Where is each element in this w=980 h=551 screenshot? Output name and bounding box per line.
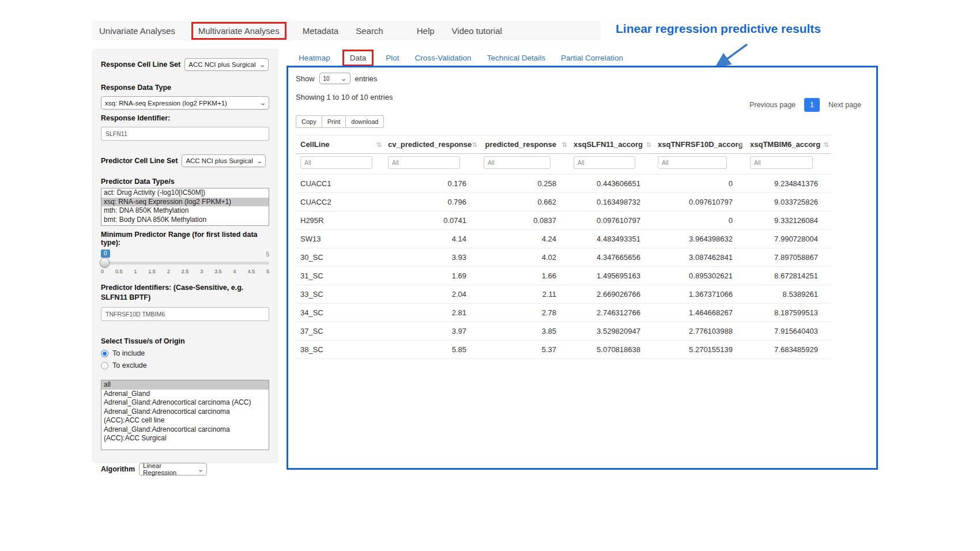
algorithm-select[interactable]: Linear Regression ⌄ bbox=[139, 463, 207, 475]
cell-value: 0.443606651 bbox=[569, 175, 653, 193]
sort-icon[interactable]: ⇅ bbox=[824, 141, 829, 148]
cell-value: 0.176 bbox=[383, 175, 479, 193]
list-item[interactable]: all bbox=[101, 380, 269, 390]
tick-label: 2 bbox=[167, 269, 170, 274]
tick-label: 4.5 bbox=[247, 269, 255, 274]
nav-univariate-analyses[interactable]: Univariate Analyses bbox=[99, 26, 175, 36]
column-label: predicted_response bbox=[485, 140, 556, 149]
sort-icon[interactable]: ⇅ bbox=[472, 141, 477, 148]
column-header-xsqtmbim6-accorg[interactable]: xsqTMBIM6_accorg ⇅ bbox=[745, 135, 831, 154]
response-cell-line-set-select[interactable]: ACC NCI plus Surgical ⌄ bbox=[184, 58, 269, 71]
previous-page-button[interactable]: Previous page bbox=[744, 97, 801, 112]
print-button[interactable]: Print bbox=[322, 115, 346, 128]
column-header-cellline[interactable]: CellLine ⇅ bbox=[296, 135, 383, 154]
cell-line-value: 38_SC bbox=[296, 341, 383, 359]
tick-label: 0 bbox=[101, 269, 104, 274]
table-row: SW134.144.244.4834933513.9643986327.9907… bbox=[296, 230, 831, 248]
cell-value: 5.070818638 bbox=[569, 341, 653, 359]
select-value: ACC NCI plus Surgical bbox=[189, 61, 255, 68]
results-table: CellLine ⇅ cv_predicted_response ⇅ predi… bbox=[296, 135, 831, 359]
select-value: Linear Regression bbox=[143, 462, 194, 476]
tick-label: 5 bbox=[266, 269, 269, 274]
nav-search[interactable]: Search bbox=[356, 26, 383, 36]
list-item[interactable]: bmt: Body DNA 850K Methylation bbox=[101, 216, 269, 225]
filter-predicted-response-input[interactable] bbox=[484, 156, 551, 169]
sort-icon[interactable]: ⇅ bbox=[562, 141, 567, 148]
nav-help[interactable]: Help bbox=[417, 26, 435, 36]
predictor-cell-line-set-select[interactable]: ACC NCI plus Surgical ⌄ bbox=[182, 154, 266, 167]
response-data-type-select[interactable]: xsq: RNA-seq Expression (log2 FPKM+1) ⌄ bbox=[101, 96, 269, 110]
filter-cv-predicted-response-input[interactable] bbox=[388, 156, 460, 169]
predictor-cell-line-set-row: Predictor Cell Line Set ACC NCI plus Sur… bbox=[101, 154, 269, 167]
filter-xsqtmbim6-accorg-input[interactable] bbox=[750, 156, 813, 169]
filter-xsqslfn11-accorg-input[interactable] bbox=[574, 156, 635, 169]
list-item[interactable]: Adrenal_Gland:Adrenocortical carcinoma (… bbox=[101, 398, 269, 407]
list-item[interactable]: Adrenal_Gland:Adrenocortical carcinoma (… bbox=[101, 407, 269, 425]
cell-value: 0.097610797 bbox=[653, 193, 745, 212]
column-header-xsqtnfrsf10d-accorg[interactable]: xsqTNFRSF10D_accorg ⇅ bbox=[653, 135, 745, 154]
list-item[interactable]: xsq: RNA-seq Expression (log2 FPKM+1) bbox=[101, 198, 269, 207]
cell-value: 4.483493351 bbox=[569, 230, 653, 248]
nav-multivariate-analyses[interactable]: Multivariate Analyses bbox=[191, 22, 287, 40]
list-item[interactable]: Adrenal_Gland bbox=[101, 390, 269, 399]
copy-button[interactable]: Copy bbox=[296, 115, 322, 128]
chevron-down-icon: ⌄ bbox=[256, 158, 263, 164]
predictor-identifiers-label: Predictor Identifiers: (Case-Sensitive, … bbox=[101, 283, 269, 303]
column-header-predicted-response[interactable]: predicted_response ⇅ bbox=[479, 135, 569, 154]
tab-plot[interactable]: Plot bbox=[386, 54, 399, 62]
next-page-button[interactable]: Next page bbox=[823, 97, 867, 112]
radio-to-exclude[interactable]: To exclude bbox=[101, 361, 269, 369]
page-1-button[interactable]: 1 bbox=[804, 98, 820, 112]
cell-value: 5.37 bbox=[479, 341, 569, 359]
table-row: 37_SC3.973.853.5298209472.7761039887.915… bbox=[296, 322, 831, 341]
cell-value: 3.93 bbox=[383, 248, 479, 267]
entries-per-page-select[interactable]: 10 ⌄ bbox=[319, 73, 350, 84]
predictor-data-types-label: Predictor Data Type/s bbox=[101, 178, 269, 186]
export-buttons: Copy Print download bbox=[296, 115, 384, 128]
table-row: 34_SC2.812.782.7463127661.4646682678.187… bbox=[296, 304, 831, 322]
list-item[interactable]: Adrenal_Gland:Adrenocortical carcinoma (… bbox=[101, 425, 269, 443]
radio-checked-icon bbox=[101, 350, 108, 357]
sort-icon[interactable]: ⇅ bbox=[738, 141, 744, 148]
column-header-cv-predicted-response[interactable]: cv_predicted_response ⇅ bbox=[383, 135, 479, 154]
chevron-down-icon: ⌄ bbox=[259, 100, 266, 106]
radio-label: To exclude bbox=[112, 361, 147, 369]
table-row: 31_SC1.691.661.4956951630.8953026218.672… bbox=[296, 267, 831, 285]
slider-track[interactable] bbox=[101, 262, 269, 265]
cell-value: 0.895302621 bbox=[653, 267, 745, 285]
show-label: Show bbox=[296, 74, 315, 83]
tab-data[interactable]: Data bbox=[342, 50, 374, 66]
cell-value: 1.66 bbox=[479, 267, 569, 285]
column-header-xsqslfn11-accorg[interactable]: xsqSLFN11_accorg ⇅ bbox=[569, 135, 653, 154]
tick-label: 1.5 bbox=[148, 269, 156, 274]
top-nav: Univariate Analyses Multivariate Analyse… bbox=[92, 21, 601, 40]
cell-line-value: 37_SC bbox=[296, 322, 383, 341]
min-predictor-range-slider[interactable]: 0 5 0 0.5 1 1.5 2 2.5 3 3.5 4 4.5 5 bbox=[101, 250, 269, 278]
sort-icon[interactable]: ⇅ bbox=[646, 141, 651, 148]
table-row: CUACC20.7960.6620.1634987320.0976107979.… bbox=[296, 193, 831, 212]
tab-partial-correlation[interactable]: Partial Correlation bbox=[561, 54, 623, 62]
response-identifier-input[interactable] bbox=[101, 127, 269, 141]
tab-technical-details[interactable]: Technical Details bbox=[487, 54, 545, 62]
radio-to-include[interactable]: To include bbox=[101, 349, 269, 357]
min-predictor-range-label: Minimum Predictor Range (for first liste… bbox=[101, 231, 269, 247]
list-item[interactable]: act: Drug Activity (-log10[IC50M]) bbox=[101, 188, 269, 198]
slider-handle[interactable] bbox=[100, 258, 110, 267]
filter-xsqtnfrsf10d-accorg-input[interactable] bbox=[658, 156, 727, 169]
column-label: cv_predicted_response bbox=[388, 140, 472, 149]
filter-cellline-input[interactable] bbox=[300, 156, 372, 169]
algorithm-label: Algorithm bbox=[101, 465, 135, 473]
nav-video-tutorial[interactable]: Video tutorial bbox=[452, 26, 502, 36]
list-item[interactable]: mth: DNA 850K Methylation bbox=[101, 206, 269, 216]
nav-metadata[interactable]: Metadata bbox=[303, 26, 339, 36]
tab-cross-validation[interactable]: Cross-Validation bbox=[415, 54, 472, 62]
app-root: Univariate Analyses Multivariate Analyse… bbox=[0, 0, 980, 551]
download-button[interactable]: download bbox=[346, 115, 384, 128]
sort-icon[interactable]: ⇅ bbox=[376, 141, 382, 148]
cell-value: 8.187599513 bbox=[745, 304, 831, 322]
cell-value: 3.087462841 bbox=[653, 248, 745, 267]
predictor-identifiers-input[interactable] bbox=[101, 307, 269, 321]
entries-label: entries bbox=[355, 74, 378, 83]
cell-line-value: CUACC2 bbox=[296, 193, 383, 212]
tab-heatmap[interactable]: Heatmap bbox=[299, 54, 330, 62]
